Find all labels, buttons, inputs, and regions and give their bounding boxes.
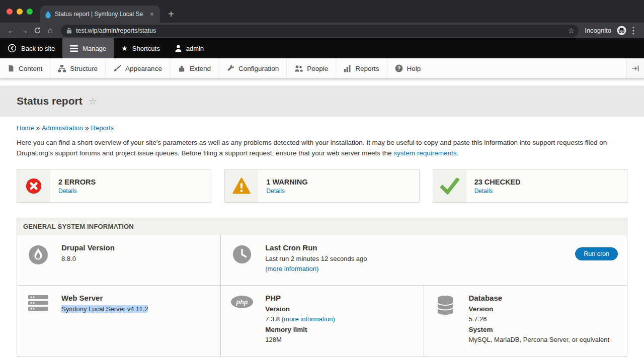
page: Status report ☆ Home»Administration»Repo…	[0, 79, 644, 362]
cron-title: Last Cron Run	[265, 243, 367, 252]
cron-more-information-link[interactable]: (more information)	[265, 265, 318, 273]
forward-icon[interactable]: →	[18, 24, 31, 37]
menu-item-structure[interactable]: Structure	[50, 58, 105, 78]
home-icon[interactable]: ⌂	[44, 24, 57, 37]
window-zoom-button[interactable]	[27, 9, 33, 15]
shortcuts-star-icon: ★	[121, 44, 128, 52]
general-system-information-section: GENERAL SYSTEM INFORMATION Drupal Versio…	[17, 218, 627, 356]
browser-window: Status report | Symfony Local Se × + ← →…	[0, 0, 644, 362]
manage-menu-button[interactable]: Manage	[62, 38, 114, 58]
web-server-cell: Web Server Symfony Local Server v4.11.2	[17, 286, 220, 356]
shortcuts-menu-button[interactable]: ★ Shortcuts	[114, 38, 167, 58]
add-shortcut-star-icon[interactable]: ☆	[89, 96, 97, 107]
breadcrumb-administration-link[interactable]: Administration	[42, 124, 83, 132]
status-summary-cards: 2 ERRORS Details 1 WARNING Details	[17, 169, 627, 203]
info-row-2: Web Server Symfony Local Server v4.11.2 …	[17, 286, 627, 356]
php-memory-value: 128M	[265, 335, 335, 345]
address-bar[interactable]: test.wip/admin/reports/status ☆	[61, 25, 579, 37]
php-cell: php PHP Version 7.3.8 (more information)…	[220, 286, 424, 356]
checked-details-link[interactable]: Details	[474, 188, 521, 195]
last-cron-run-cell: Last Cron Run Last run 2 minutes 12 seco…	[220, 235, 627, 285]
manage-label: Manage	[83, 45, 106, 52]
back-icon[interactable]: ←	[5, 24, 18, 37]
tab-close-icon[interactable]: ×	[148, 10, 155, 18]
bookmark-star-icon[interactable]: ☆	[566, 25, 577, 36]
menu-item-configuration[interactable]: Configuration	[218, 58, 286, 78]
user-menu-button[interactable]: admin	[168, 38, 211, 58]
database-title: Database	[468, 294, 609, 302]
clock-icon	[230, 243, 254, 264]
menu-item-help[interactable]: ? Help	[387, 58, 429, 78]
new-tab-button[interactable]: +	[165, 8, 178, 21]
page-title: Status report	[17, 95, 83, 107]
php-version-label: Version	[265, 304, 335, 314]
cron-last-run: Last run 2 minutes 12 seconds ago	[265, 254, 367, 264]
menu-item-people[interactable]: People	[286, 58, 336, 78]
window-close-button[interactable]	[7, 9, 13, 15]
errors-details-link[interactable]: Details	[58, 188, 96, 195]
errors-card: 2 ERRORS Details	[17, 169, 211, 203]
breadcrumb-separator: »	[36, 124, 40, 132]
browser-tab[interactable]: Status report | Symfony Local Se ×	[40, 6, 160, 23]
warning-count: 1 WARNING	[266, 178, 307, 186]
system-requirements-link[interactable]: system requirements.	[393, 149, 458, 157]
menu-item-extend[interactable]: Extend	[170, 58, 218, 78]
shortcuts-label: Shortcuts	[132, 45, 160, 52]
database-version-label: Version	[468, 304, 609, 314]
back-to-site-label: Back to site	[21, 45, 55, 52]
php-logo-icon: php	[230, 294, 254, 309]
help-icon: ?	[395, 64, 403, 72]
error-icon	[17, 170, 50, 202]
page-header: Status report ☆	[0, 85, 644, 117]
drupal-favicon	[45, 11, 51, 18]
menu-item-reports[interactable]: Reports	[336, 58, 386, 78]
toolbar-orientation-toggle[interactable]	[626, 58, 644, 78]
run-cron-button[interactable]: Run cron	[575, 247, 618, 260]
people-icon	[294, 65, 303, 72]
php-more-information-link[interactable]: (more information)	[282, 315, 335, 323]
menu-item-appearance[interactable]: Appearance	[105, 58, 170, 78]
section-title: GENERAL SYSTEM INFORMATION	[17, 218, 627, 235]
php-title: PHP	[265, 294, 335, 302]
database-icon	[433, 294, 457, 315]
browser-toolbar: ← → ⌂ test.wip/admin/reports/status ☆ In…	[0, 23, 644, 38]
page-content: Home»Administration»Reports Here you can…	[0, 124, 644, 356]
warning-icon	[225, 170, 258, 202]
drupal-admin-toolbar: Back to site Manage ★ Shortcuts admin	[0, 38, 644, 58]
back-to-site-button[interactable]: Back to site	[0, 38, 62, 58]
paintbrush-icon	[113, 64, 121, 72]
drupal-version-cell: Drupal Version 8.8.0	[17, 235, 220, 285]
tab-title: Status report | Symfony Local Se	[55, 11, 145, 18]
warning-details-link[interactable]: Details	[266, 188, 307, 195]
server-icon	[26, 294, 50, 311]
incognito-icon	[615, 25, 627, 37]
database-system-label: System	[468, 325, 609, 335]
info-row-1: Drupal Version 8.8.0 Last Cron Run Last …	[17, 235, 627, 286]
svg-text:?: ?	[397, 66, 400, 71]
database-cell: Database Version 5.7.26 System MySQL, Ma…	[424, 286, 627, 356]
breadcrumb-home-link[interactable]: Home	[17, 124, 34, 132]
errors-count: 2 ERRORS	[58, 178, 96, 186]
escape-admin-icon	[8, 44, 17, 53]
structure-icon	[58, 65, 66, 72]
bar-chart-icon	[344, 65, 351, 72]
php-version-value: 7.3.8	[265, 315, 280, 323]
window-controls	[7, 9, 33, 15]
menu-bar-spacer	[428, 58, 626, 78]
lock-icon[interactable]	[66, 27, 72, 34]
drupal-version-title: Drupal Version	[61, 243, 115, 252]
wrench-icon	[226, 64, 234, 72]
web-server-title: Web Server	[61, 294, 148, 302]
url-text: test.wip/admin/reports/status	[76, 27, 561, 34]
checked-card: 23 CHECKED Details	[433, 169, 627, 203]
breadcrumb-reports-link[interactable]: Reports	[91, 124, 114, 132]
intro-paragraph: Here you can find a short overview of yo…	[17, 137, 627, 158]
reload-icon[interactable]	[31, 24, 44, 37]
user-label: admin	[186, 45, 204, 52]
database-system-value: MySQL, MariaDB, Percona Server, or equiv…	[468, 335, 609, 345]
browser-menu-kebab-icon[interactable]	[627, 25, 639, 37]
window-minimize-button[interactable]	[17, 9, 23, 15]
puzzle-icon	[178, 65, 186, 72]
menu-item-content[interactable]: Content	[0, 58, 50, 78]
drupal-menu-bar: Content Structure Appearance Extend Conf…	[0, 58, 644, 79]
